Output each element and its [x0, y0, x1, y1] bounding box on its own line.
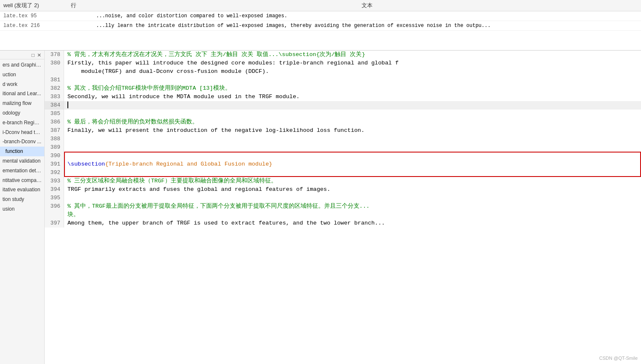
- sidebar-item-10[interactable]: mental validation: [0, 156, 44, 166]
- sidebar-item-11[interactable]: ementation deta...: [0, 166, 44, 176]
- line-num-380: 380: [45, 59, 64, 67]
- line-num-387: 387: [45, 126, 64, 135]
- line-content-395: [64, 194, 641, 202]
- sidebar-item-7[interactable]: i-Dconv head tri...: [0, 128, 44, 137]
- code-line-386: 386 % 最后，将会介绍所使用的负对数似然损失函数。: [45, 118, 641, 126]
- code-line-387: 387 Finally, we will present the introdu…: [45, 126, 641, 135]
- code-line-394: 394 TRGF primarily extracts and fuses th…: [45, 185, 641, 194]
- line-content-392: [64, 169, 641, 177]
- sidebar-item-12[interactable]: ntitative compari...: [0, 176, 44, 185]
- line-num-388: 388: [45, 135, 64, 143]
- code-line-395: 395: [45, 194, 641, 202]
- code-line-390: 390: [45, 152, 641, 160]
- line-num-393: 393: [45, 177, 64, 185]
- sidebar-item-15[interactable]: usion: [0, 204, 44, 214]
- line-content-388: [64, 135, 641, 143]
- sidebar-item-4[interactable]: malizing flow: [0, 99, 44, 108]
- line-content-386: % 最后，将会介绍所使用的负对数似然损失函数。: [64, 118, 641, 126]
- code-line-381: 381: [45, 76, 641, 84]
- sidebar-item-0[interactable]: ers and Graphic...: [0, 60, 44, 70]
- minimize-icon[interactable]: □: [30, 52, 36, 58]
- search-result-row-1[interactable]: late.tex 95 ...noise, and color distorti…: [0, 11, 641, 21]
- text-col-header: 文本: [96, 2, 638, 9]
- search-result-file-1: late.tex 95: [3, 13, 71, 19]
- line-num-380b: [45, 67, 64, 76]
- line-content-389: [64, 143, 641, 152]
- code-line-380: 380 Firstly, this paper will introduce t…: [45, 59, 641, 67]
- sidebar-item-6[interactable]: e-branch Region...: [0, 118, 44, 128]
- red-border-section: 390 391 \subsection{Triple-branch Region…: [45, 152, 641, 177]
- line-num-384: 384: [45, 101, 64, 110]
- sidebar-item-13[interactable]: itative evaluation: [0, 185, 44, 195]
- line-num-389: 389: [45, 143, 64, 152]
- line-content-396: % 其中，TRGF最上面的分支被用于提取全局特征，下面两个分支被用于提取不同尺度…: [64, 202, 641, 211]
- code-line-384: 384: [45, 101, 641, 110]
- line-num-395: 395: [45, 194, 64, 202]
- code-line-393: 393 % 三分支区域和全局融合模块（TRGF）主要提取和融合图像的全局和区域特…: [45, 177, 641, 185]
- watermark: CSDN @QT-Smile: [599, 356, 638, 361]
- line-content-380b: module(TRGF) and dual-Dconv cross-fusion…: [64, 67, 641, 76]
- line-content-383: Secondly, we will introduce the MDTA mod…: [64, 93, 641, 101]
- search-result-line-2: [71, 23, 96, 29]
- code-line-392: 392: [45, 169, 641, 177]
- code-line-383: 383 Secondly, we will introduce the MDTA…: [45, 93, 641, 101]
- search-result-file-2: late.tex 216: [3, 23, 71, 29]
- line-content-385: [64, 110, 641, 118]
- line-content-380: Firstly, this paper will introduce the d…: [64, 59, 641, 67]
- line-num-382: 382: [45, 84, 64, 93]
- line-content-396b: 块。: [64, 211, 641, 219]
- code-line-380b: module(TRGF) and dual-Dconv cross-fusion…: [45, 67, 641, 76]
- line-num-386: 386: [45, 118, 64, 126]
- sidebar-item-function[interactable]: function: [0, 147, 44, 156]
- code-line-389: 389: [45, 143, 641, 152]
- sidebar-item-2[interactable]: d work: [0, 80, 44, 89]
- line-num-383: 383: [45, 93, 64, 101]
- code-line-385: 385: [45, 110, 641, 118]
- search-result-text-1: ...noise, and color distortion compared …: [96, 13, 638, 19]
- line-content-381: [64, 76, 641, 84]
- line-num-385: 385: [45, 110, 64, 118]
- search-results-header: well (发现了 2) 行 文本: [0, 0, 641, 11]
- main-editor-area: □ ✕ ers and Graphic... uction d work iti…: [0, 51, 641, 364]
- sidebar-item-1[interactable]: uction: [0, 70, 44, 80]
- line-content-384: [64, 101, 641, 110]
- search-results-panel: well (发现了 2) 行 文本 late.tex 95 ...noise, …: [0, 0, 641, 51]
- search-result-text-2: ...lly learn the intricate distribution …: [96, 23, 638, 29]
- line-num-391: 391: [45, 160, 64, 169]
- sidebar-item-3[interactable]: itional and Lear...: [0, 89, 44, 99]
- line-num-394: 394: [45, 185, 64, 194]
- sidebar-item-8[interactable]: -branch-Dconv ...: [0, 137, 44, 147]
- code-line-391: 391 \subsection{Triple-branch Regional a…: [45, 160, 641, 169]
- line-content-387: Finally, we will present the introductio…: [64, 126, 641, 135]
- line-content-391: \subsection{Triple-branch Regional and G…: [64, 160, 641, 169]
- line-num-397: 397: [45, 219, 64, 228]
- line-content-378: % 背先，才太有才先在才况在才况关，三方文氏 次下 主为/触目 次关 取值...…: [64, 51, 641, 59]
- sidebar-controls: □ ✕: [0, 51, 44, 59]
- search-result-line-1: [71, 13, 96, 19]
- search-result-row-2[interactable]: late.tex 216 ...lly learn the intricate …: [0, 21, 641, 31]
- line-col-header: 行: [71, 2, 96, 9]
- code-line-397: 397 Among them, the upper branch of TRGF…: [45, 219, 641, 228]
- line-content-393: % 三分支区域和全局融合模块（TRGF）主要提取和融合图像的全局和区域特征。: [64, 177, 641, 185]
- line-content-397: Among them, the upper branch of TRGF is …: [64, 219, 641, 228]
- code-line-388: 388: [45, 135, 641, 143]
- file-col-header: well (发现了 2): [3, 2, 71, 9]
- close-icon[interactable]: ✕: [36, 52, 43, 58]
- code-line-378: 378 % 背先，才太有才先在才况在才况关，三方文氏 次下 主为/触目 次关 取…: [45, 51, 641, 59]
- outline-sidebar[interactable]: □ ✕ ers and Graphic... uction d work iti…: [0, 51, 45, 364]
- line-content-390: [64, 152, 641, 160]
- line-content-394: TRGF primarily extracts and fuses the gl…: [64, 185, 641, 194]
- line-num-378: 378: [45, 51, 64, 59]
- code-editor[interactable]: 378 % 背先，才太有才先在才况在才况关，三方文氏 次下 主为/触目 次关 取…: [45, 51, 641, 364]
- code-line-396: 396 % 其中，TRGF最上面的分支被用于提取全局特征，下面两个分支被用于提取…: [45, 202, 641, 211]
- line-num-392: 392: [45, 169, 64, 177]
- line-num-396b: [45, 211, 64, 219]
- line-content-382: % 其次，我们会介绍TRGF模块中所使用到的MDTA [13]模块。: [64, 84, 641, 93]
- line-num-390: 390: [45, 152, 64, 160]
- sidebar-item-14[interactable]: tion study: [0, 195, 44, 204]
- editor-content: 378 % 背先，才太有才先在才况在才况关，三方文氏 次下 主为/触目 次关 取…: [45, 51, 641, 364]
- line-num-381: 381: [45, 76, 64, 84]
- code-line-382: 382 % 其次，我们会介绍TRGF模块中所使用到的MDTA [13]模块。: [45, 84, 641, 93]
- code-line-396b: 块。: [45, 211, 641, 219]
- sidebar-item-5[interactable]: odology: [0, 108, 44, 118]
